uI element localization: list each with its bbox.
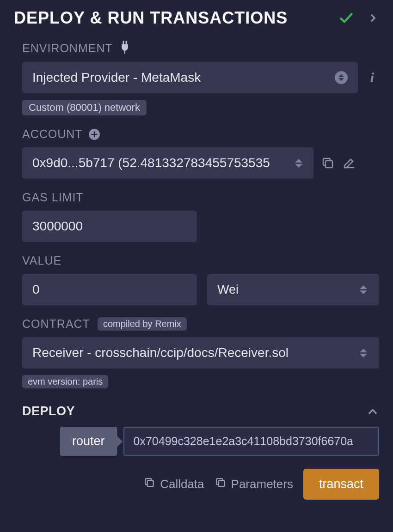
contract-label: CONTRACT bbox=[22, 317, 90, 331]
info-icon[interactable]: i bbox=[365, 70, 379, 85]
dropdown-caret-icon bbox=[358, 284, 369, 295]
plus-circle-icon[interactable] bbox=[88, 128, 100, 140]
chevron-up-icon[interactable] bbox=[366, 405, 379, 418]
copy-icon bbox=[143, 477, 155, 492]
param-name-router: router bbox=[60, 427, 117, 456]
environment-select[interactable]: Injected Provider - MetaMask bbox=[22, 62, 358, 93]
gas-limit-label: GAS LIMIT bbox=[22, 191, 84, 204]
check-icon bbox=[338, 10, 354, 26]
svg-rect-5 bbox=[91, 133, 97, 134]
contract-value: Receiver - crosschain/ccip/docs/Receiver… bbox=[32, 345, 289, 360]
dropdown-caret-icon bbox=[358, 347, 369, 358]
param-input-router[interactable] bbox=[123, 427, 379, 456]
panel-title: DEPLOY & RUN TRANSACTIONS bbox=[14, 8, 288, 28]
svg-rect-1 bbox=[125, 41, 127, 44]
value-unit-select[interactable]: Wei bbox=[207, 274, 379, 305]
deploy-title: DEPLOY bbox=[22, 404, 75, 418]
chevron-right-icon[interactable] bbox=[367, 12, 379, 24]
dropdown-caret-icon bbox=[335, 71, 348, 84]
plug-icon bbox=[118, 41, 131, 55]
dropdown-caret-icon bbox=[293, 157, 304, 169]
value-unit: Wei bbox=[217, 283, 239, 297]
svg-rect-0 bbox=[123, 41, 124, 44]
gas-limit-input[interactable] bbox=[22, 211, 197, 242]
value-label: VALUE bbox=[22, 254, 61, 267]
calldata-label: Calldata bbox=[160, 477, 204, 491]
svg-rect-7 bbox=[147, 481, 154, 487]
svg-rect-2 bbox=[124, 50, 125, 54]
compiled-badge: compiled by Remix bbox=[98, 317, 187, 331]
svg-rect-8 bbox=[218, 481, 224, 487]
svg-rect-6 bbox=[325, 161, 332, 168]
copy-icon bbox=[215, 477, 227, 492]
calldata-button[interactable]: Calldata bbox=[143, 477, 204, 492]
copy-icon[interactable] bbox=[321, 156, 335, 170]
environment-value: Injected Provider - MetaMask bbox=[32, 70, 201, 85]
network-badge: Custom (80001) network bbox=[22, 100, 147, 115]
parameters-button[interactable]: Parameters bbox=[215, 477, 293, 492]
account-label: ACCOUNT bbox=[22, 127, 83, 141]
edit-icon[interactable] bbox=[342, 156, 356, 170]
evm-version-badge: evm version: paris bbox=[22, 375, 108, 388]
account-select[interactable]: 0x9d0...5b717 (52.481332783455753535 bbox=[22, 147, 313, 179]
contract-select[interactable]: Receiver - crosschain/ccip/docs/Receiver… bbox=[22, 337, 379, 369]
parameters-label: Parameters bbox=[231, 477, 293, 491]
transact-button[interactable]: transact bbox=[303, 469, 379, 500]
account-value: 0x9d0...5b717 (52.481332783455753535 bbox=[32, 156, 270, 170]
value-input[interactable] bbox=[22, 274, 197, 305]
environment-label: ENVIRONMENT bbox=[22, 42, 113, 55]
